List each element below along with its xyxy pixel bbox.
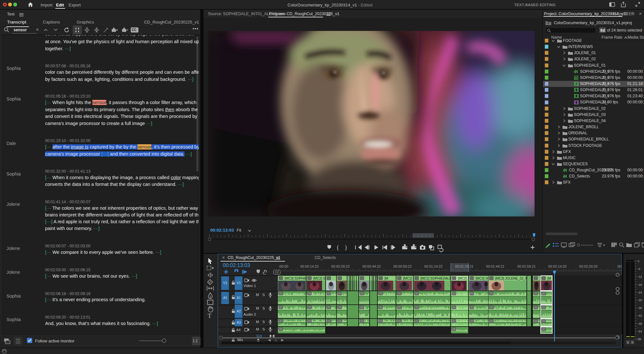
svg-text:[M: [M (384, 277, 388, 280)
svg-text:-42: -42 (638, 314, 642, 317)
svg-text:[MC2] S: [MC2] S (458, 277, 470, 280)
svg-text:[MC2] SO: [MC2] SO (313, 277, 328, 280)
svg-text:}: } (345, 245, 347, 250)
svg-text:dB: dB (638, 337, 641, 340)
svg-text:-18: -18 (638, 283, 642, 286)
svg-text:[MC1] S: [MC1] S (403, 277, 415, 280)
svg-text:0: 0 (638, 260, 639, 263)
svg-text:-36: -36 (638, 306, 642, 310)
svg-text:-54: -54 (638, 330, 642, 333)
svg-text:-6: -6 (638, 267, 640, 271)
svg-text:-30: -30 (638, 298, 642, 302)
svg-text:[M: [M (547, 277, 551, 280)
svg-text:-12: -12 (638, 275, 642, 278)
svg-text:-48: -48 (638, 322, 642, 325)
svg-text:{: { (337, 245, 339, 250)
svg-text:-24: -24 (638, 291, 642, 294)
